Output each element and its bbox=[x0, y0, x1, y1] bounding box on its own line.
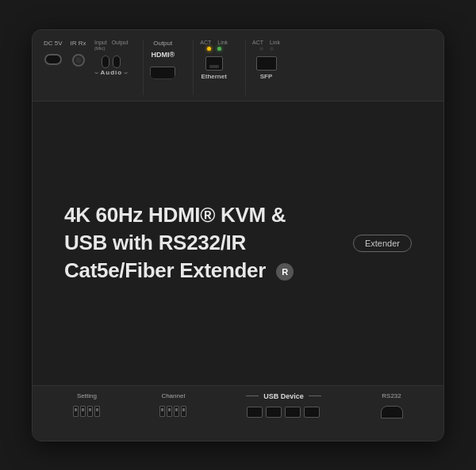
usb-port-4 bbox=[304, 407, 320, 418]
channel-dip-4 bbox=[181, 406, 186, 417]
sfp-group: ACT Link SFP bbox=[252, 40, 280, 80]
ethernet-act-label: ACT bbox=[200, 40, 211, 45]
channel-dip-switch bbox=[159, 406, 186, 417]
main-content: 4K 60Hz HDMI® KVM & USB with RS232/IR Ca… bbox=[33, 101, 443, 385]
usb-ports bbox=[247, 403, 320, 418]
dip-4 bbox=[94, 406, 100, 417]
ethernet-act-led bbox=[207, 47, 211, 51]
ir-rx-group: IR Rx bbox=[71, 40, 86, 67]
hdmi-output-label: Output bbox=[153, 40, 172, 48]
channel-label: Channel bbox=[161, 392, 185, 399]
sfp-link-label: Link bbox=[270, 40, 280, 45]
audio-group: Input (Mic) Output ⌣ Audio ⌣ bbox=[94, 40, 129, 77]
rs232-connector bbox=[381, 406, 403, 418]
dc-connector bbox=[44, 54, 62, 65]
sfp-link-led bbox=[270, 47, 274, 51]
bottom-panel: Setting Channel USB Device bbox=[33, 385, 443, 441]
dip-3 bbox=[87, 406, 93, 417]
top-panel: DC 5V IR Rx Input (Mic) Output ⌣ bbox=[33, 30, 443, 101]
usb-line-right bbox=[309, 395, 321, 396]
audio-input-label: Input (Mic) bbox=[94, 40, 107, 51]
ethernet-link-led bbox=[217, 47, 221, 51]
usb-device-label: USB Device bbox=[263, 392, 304, 400]
dip-1 bbox=[73, 406, 79, 417]
setting-group: Setting bbox=[73, 392, 100, 417]
sfp-section-label: SFP bbox=[260, 73, 273, 80]
setting-dip-switch bbox=[73, 406, 100, 417]
audio-output-jack bbox=[113, 55, 121, 68]
ethernet-leds bbox=[207, 47, 221, 51]
usb-device-group: USB Device bbox=[246, 392, 321, 418]
usb-port-3 bbox=[285, 407, 301, 418]
channel-dip-1 bbox=[159, 406, 165, 417]
audio-section-label: Audio bbox=[101, 69, 123, 76]
usb-line-left bbox=[246, 395, 259, 396]
audio-bracket: ⌣ Audio ⌣ bbox=[94, 69, 129, 77]
receiver-badge: R bbox=[276, 263, 294, 281]
audio-labels-row: Input (Mic) Output bbox=[94, 40, 129, 51]
audio-connectors bbox=[102, 55, 121, 68]
dc-label: DC 5V bbox=[44, 40, 63, 48]
device-body: DC 5V IR Rx Input (Mic) Output ⌣ bbox=[32, 29, 444, 441]
ethernet-group: ACT Link Ethernet bbox=[200, 40, 228, 80]
setting-label: Setting bbox=[77, 392, 97, 399]
usb-port-2 bbox=[266, 407, 282, 418]
divider-3 bbox=[245, 40, 246, 95]
ethernet-link-label: Link bbox=[217, 40, 228, 45]
hdmi-sublabel: HDMI® bbox=[151, 51, 175, 60]
title-line1: 4K 60Hz HDMI® KVM & bbox=[64, 203, 286, 227]
dip-2 bbox=[80, 406, 86, 417]
usb-port-1 bbox=[247, 407, 263, 418]
sfp-act-link-labels: ACT Link bbox=[252, 40, 280, 45]
rs232-label: RS232 bbox=[382, 392, 401, 399]
title-line3: Cat5e/Fiber Extender R bbox=[64, 258, 294, 282]
sfp-connector bbox=[256, 56, 277, 71]
divider-2 bbox=[193, 40, 194, 95]
channel-dip-2 bbox=[167, 406, 172, 417]
ir-rx-label: IR Rx bbox=[71, 40, 86, 48]
hdmi-group: Output HDMI® bbox=[150, 40, 175, 79]
title-line2: USB with RS232/IR bbox=[64, 231, 246, 254]
sfp-leds bbox=[259, 47, 274, 51]
hdmi-connector bbox=[150, 67, 175, 79]
sfp-act-label: ACT bbox=[252, 40, 263, 45]
ethernet-act-link-labels: ACT Link bbox=[200, 40, 228, 45]
divider-1 bbox=[143, 40, 144, 95]
sfp-act-led bbox=[259, 47, 263, 51]
ethernet-section-label: Ethernet bbox=[201, 73, 226, 80]
channel-dip-3 bbox=[174, 406, 179, 417]
channel-group: Channel bbox=[159, 392, 186, 417]
audio-output-label: Output bbox=[112, 40, 129, 51]
audio-input-jack bbox=[102, 55, 109, 68]
ethernet-connector bbox=[205, 56, 223, 71]
extender-tag: Extender bbox=[353, 235, 412, 252]
dc-port-group: DC 5V bbox=[44, 40, 63, 65]
ir-connector bbox=[72, 54, 85, 67]
rs232-group: RS232 bbox=[381, 392, 403, 418]
